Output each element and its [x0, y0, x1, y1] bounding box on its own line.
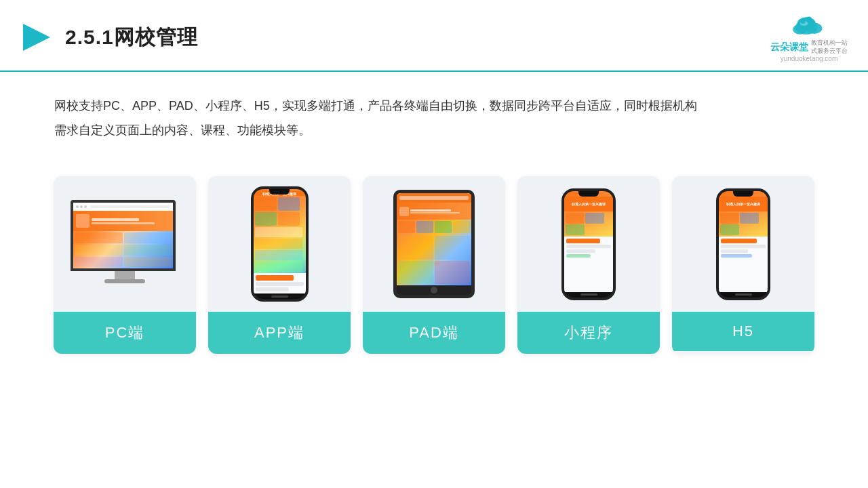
- logo-tagline2: 式服务云平台: [811, 47, 848, 56]
- play-icon: [20, 21, 53, 54]
- card-pc-image: [54, 176, 196, 312]
- card-miniprogram-image: 职通人的第一堂兴趣课: [517, 176, 660, 312]
- card-h5-label: H5: [672, 312, 814, 351]
- card-pc-label: PC端: [54, 312, 196, 354]
- description: 网校支持PC、APP、PAD、小程序、H5，实现多端打通，产品各终端自由切换，数…: [0, 72, 868, 156]
- card-miniprogram-label: 小程序: [517, 312, 660, 354]
- card-pad-image: [363, 176, 505, 312]
- card-app-label: APP端: [208, 312, 351, 354]
- card-pad-label: PAD端: [363, 312, 505, 354]
- card-app-image: 职通人的第一堂兴趣课: [208, 176, 351, 312]
- svg-point-7: [800, 19, 806, 24]
- phone-app-mockup: 职通人的第一堂兴趣课: [251, 186, 309, 302]
- svg-marker-0: [23, 24, 50, 51]
- phone-h5-mockup: 职通人的第一堂兴趣课: [716, 188, 770, 300]
- header: 2.5.1网校管理 云朵课堂 教育机构一站 式服务云平台 yunduoket: [0, 0, 868, 72]
- logo-url: yunduoketang.com: [770, 55, 848, 62]
- card-pad: PAD端: [363, 176, 505, 354]
- logo-name: 云朵课堂 教育机构一站 式服务云平台 yunduoketang.com: [770, 39, 848, 62]
- description-text: 网校支持PC、APP、PAD、小程序、H5，实现多端打通，产品各终端自由切换，数…: [54, 99, 697, 137]
- monitor-mockup: [71, 200, 179, 288]
- card-app: 职通人的第一堂兴趣课: [208, 176, 351, 354]
- card-h5: 职通人的第一堂兴趣课: [672, 176, 814, 354]
- logo-brand: 云朵课堂: [770, 41, 808, 54]
- logo-area: 云朵课堂 教育机构一站 式服务云平台 yunduoketang.com: [770, 12, 848, 62]
- page-title: 2.5.1网校管理: [65, 24, 198, 52]
- card-h5-image: 职通人的第一堂兴趣课: [672, 176, 814, 312]
- logo-icon: [789, 12, 829, 39]
- header-left: 2.5.1网校管理: [20, 21, 198, 54]
- phone-miniprogram-mockup: 职通人的第一堂兴趣课: [561, 188, 616, 300]
- logo-tagline: 教育机构一站: [811, 39, 848, 47]
- card-miniprogram: 职通人的第一堂兴趣课: [517, 176, 660, 354]
- tablet-mockup: [393, 190, 475, 298]
- svg-point-6: [806, 17, 812, 23]
- card-pc: PC端: [54, 176, 196, 354]
- cards-container: PC端 职通人的第一堂兴趣课: [0, 163, 868, 374]
